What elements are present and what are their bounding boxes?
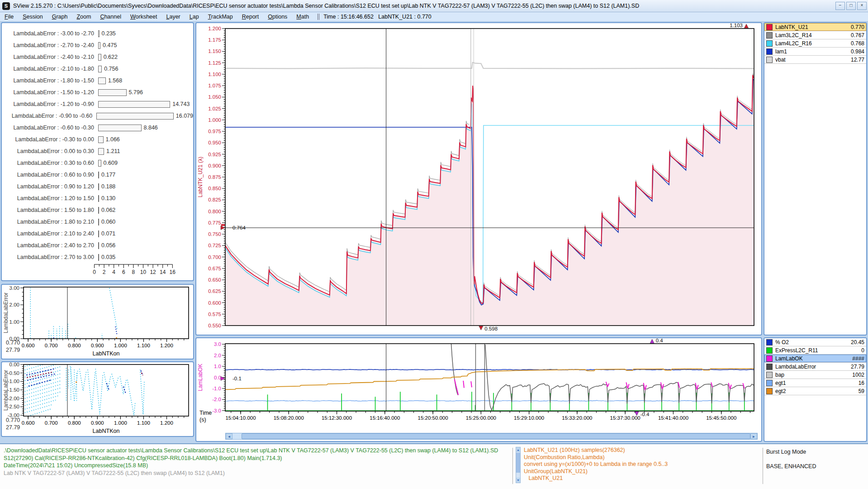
time-scrollbar[interactable]: ◄ ►	[225, 433, 758, 440]
scroll-thumb[interactable]	[516, 453, 520, 473]
histogram-bar	[98, 254, 99, 261]
minimize-button[interactable]: −	[835, 2, 845, 10]
legend-row[interactable]: Lam3L2C_R140.767	[764, 31, 866, 39]
svg-text:1.075: 1.075	[208, 83, 221, 88]
channel-legend-top: LabNTK_U210.770Lam3L2C_R140.767Lam4L2C_R…	[764, 23, 866, 64]
histogram-row: LambdaLabError : 0.90 to 1.200.188	[2, 181, 193, 192]
svg-text:15:12:30.000: 15:12:30.000	[322, 415, 352, 421]
menu-layer[interactable]: Layer	[161, 14, 185, 20]
histogram-row: LambdaLabError : 0.30 to 0.600.609	[2, 157, 193, 169]
svg-text:15:45:50.000: 15:45:50.000	[706, 415, 736, 421]
main-lambda-chart-panel[interactable]: 0.5500.5750.6000.6250.6500.6750.7000.725…	[195, 22, 762, 336]
channel-value: 0.770	[851, 24, 864, 30]
scatter-plot-positive[interactable]: 0.001.002.003.000.6000.7000.8000.9001.00…	[2, 285, 192, 358]
svg-text:-0.50: -0.50	[8, 370, 19, 376]
svg-text:LabNTKon: LabNTKon	[93, 350, 120, 357]
menu-graph[interactable]: Graph	[47, 14, 72, 20]
histogram-row: LambdaLabError : -1.50 to -1.205.796	[2, 86, 193, 98]
menu-options[interactable]: Options	[263, 14, 292, 20]
histogram-bar	[98, 42, 100, 49]
channel-info-block: LabNTK_U21 (100Hz) samples(276362)Unit(C…	[524, 447, 757, 488]
menu-zoom[interactable]: Zoom	[72, 14, 95, 20]
legend-row[interactable]: egt259	[764, 387, 866, 395]
legend-row[interactable]: bap1002	[764, 371, 866, 379]
histogram-row: LambdaLabError : -0.30 to 0.001.066	[2, 134, 193, 145]
svg-text:1.200: 1.200	[160, 420, 173, 426]
scatter-plot-negative-panel[interactable]: -3.00-2.50-2.00-1.50-1.00-0.500.000.6000…	[1, 361, 194, 437]
status-bar: .\DownloadedData\RICESP\ECU sensor actua…	[0, 443, 868, 489]
scroll-up-icon[interactable]: ▲	[516, 447, 520, 452]
scroll-left-icon[interactable]: ◄	[226, 433, 232, 439]
histogram-bar	[98, 136, 104, 143]
legend-row[interactable]: LambdaLabError27.79	[764, 363, 866, 371]
svg-text:1.150: 1.150	[208, 48, 221, 54]
svg-text:1.025: 1.025	[208, 106, 221, 111]
scatter-plot-positive-panel[interactable]: 0.001.002.003.000.6000.7000.8000.9001.00…	[1, 284, 194, 360]
menu-channel[interactable]: Channel	[95, 14, 126, 20]
svg-text:1.000: 1.000	[114, 420, 127, 426]
histogram-bar	[98, 125, 142, 131]
scroll-down-icon[interactable]: ▼	[516, 478, 520, 483]
histogram-row: LambdaLabError : -0.60 to -0.308.846	[2, 122, 193, 134]
svg-text:1.100: 1.100	[137, 343, 150, 348]
svg-text:15:08:20.000: 15:08:20.000	[274, 415, 304, 421]
legend-row[interactable]: % O220.45	[764, 338, 866, 346]
legend-row[interactable]: ExPressL2C_R110	[764, 346, 866, 355]
channel-color-swatch	[766, 355, 773, 362]
svg-text:0.950: 0.950	[208, 140, 221, 145]
legend-row[interactable]: egt116	[764, 379, 866, 387]
histogram-bar	[98, 219, 99, 225]
channel-color-swatch	[766, 40, 773, 47]
legend-row[interactable]: LabNTK_U210.770	[764, 23, 866, 31]
svg-text:15:04:10.000: 15:04:10.000	[225, 415, 256, 421]
maximize-button[interactable]: □	[846, 2, 856, 10]
svg-text:15:16:40.000: 15:16:40.000	[370, 415, 400, 421]
legend-row[interactable]: Lam4L2C_R160.768	[764, 39, 866, 48]
svg-text:2.0: 2.0	[214, 353, 221, 358]
status-divider	[763, 448, 763, 484]
legend-row[interactable]: vbat12.77	[764, 56, 866, 64]
channel-name: Lam4L2C_R16	[775, 40, 851, 47]
sview-window: S SView 2.15.270 : C:\Users\Public\Docum…	[0, 0, 868, 489]
histogram-bar	[98, 242, 99, 249]
channel-name: LabNTK_U21	[775, 24, 851, 30]
svg-text:0.600: 0.600	[22, 420, 35, 426]
scroll-track[interactable]	[232, 433, 242, 439]
channel-color-swatch	[766, 380, 773, 386]
menu-trackmap[interactable]: TrackMap	[204, 14, 237, 20]
menu-session[interactable]: Session	[18, 14, 47, 20]
menu-file[interactable]: File	[0, 14, 18, 20]
legend-row[interactable]: LamLabOK####	[764, 355, 866, 363]
svg-text:4: 4	[112, 269, 115, 275]
main-lambda-chart[interactable]: 0.5500.5750.6000.6250.6500.6750.7000.725…	[196, 23, 759, 333]
svg-text:10: 10	[140, 269, 147, 275]
lamlabok-chart[interactable]: -3.0-2.0-1.00.01.02.03.015:04:10.00015:0…	[196, 338, 759, 432]
svg-text:1.200: 1.200	[208, 26, 221, 31]
menu-lap[interactable]: Lap	[185, 14, 204, 20]
channel-name: Lam3L2C_R14	[775, 32, 851, 38]
menu-report[interactable]: Report	[237, 14, 264, 20]
log-mode-value: BASE, ENHANCED	[766, 463, 816, 470]
svg-text:0.975: 0.975	[208, 129, 221, 134]
svg-text:8: 8	[132, 269, 135, 275]
scroll-thumb[interactable]	[242, 433, 750, 439]
svg-text:0.800: 0.800	[68, 420, 81, 426]
scatter-plot-negative[interactable]: -3.00-2.50-2.00-1.50-1.00-0.500.000.6000…	[2, 362, 192, 435]
svg-text:0.675: 0.675	[208, 266, 221, 271]
svg-text:0.700: 0.700	[208, 254, 221, 260]
menu-worksheet[interactable]: Worksheet	[126, 14, 162, 20]
histogram-bar	[98, 54, 101, 61]
menu-math[interactable]: Math	[292, 14, 313, 20]
file-info-block: .\DownloadedData\RICESP\ECU sensor actua…	[4, 447, 509, 488]
scroll-right-icon[interactable]: ►	[750, 433, 757, 439]
channel-name: egt2	[775, 388, 859, 394]
channel-info-scrollbar[interactable]: ▲ ▼	[516, 447, 521, 483]
histogram-row: LambdaLabError : 1.80 to 2.100.060	[2, 216, 193, 228]
channel-value: 0.984	[851, 48, 864, 55]
legend-row[interactable]: lam10.984	[764, 48, 866, 56]
channel-value: 0	[861, 347, 864, 354]
svg-text:0.600: 0.600	[22, 343, 35, 348]
lambda-error-histogram-panel[interactable]: LambdaLabError : -3.00 to -2.700.235Lamb…	[1, 22, 194, 281]
lamlabok-chart-panel[interactable]: -3.0-2.0-1.00.01.02.03.015:04:10.00015:0…	[195, 337, 762, 442]
close-button[interactable]: ×	[857, 2, 867, 10]
